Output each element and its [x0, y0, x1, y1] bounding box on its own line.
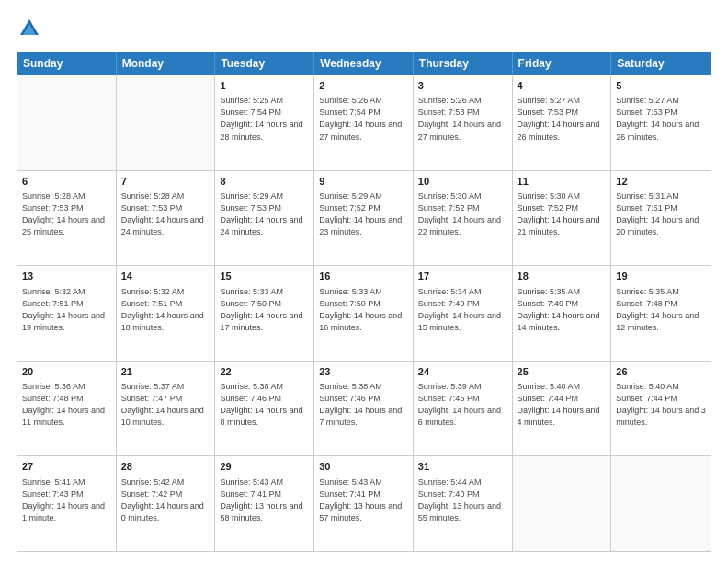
day-info: Sunrise: 5:27 AMSunset: 7:53 PMDaylight:… — [616, 95, 706, 143]
day-number: 22 — [220, 365, 309, 379]
day-number: 17 — [418, 270, 507, 283]
weekday-header-monday: Monday — [117, 52, 216, 75]
calendar-week-1: 1Sunrise: 5:25 AMSunset: 7:54 PMDaylight… — [17, 75, 711, 170]
day-number: 5 — [616, 79, 706, 93]
day-info: Sunrise: 5:40 AMSunset: 7:44 PMDaylight:… — [518, 381, 607, 429]
day-info: Sunrise: 5:43 AMSunset: 7:41 PMDaylight:… — [319, 477, 408, 524]
day-info: Sunrise: 5:41 AMSunset: 7:43 PMDaylight:… — [22, 477, 111, 524]
logo — [17, 17, 46, 42]
calendar-day-4: 4Sunrise: 5:27 AMSunset: 7:53 PMDaylight… — [513, 75, 612, 170]
day-number: 9 — [319, 175, 408, 189]
weekday-header-thursday: Thursday — [414, 52, 513, 75]
weekday-header-sunday: Sunday — [17, 52, 117, 75]
calendar: SundayMondayTuesdayWednesdayThursdayFrid… — [17, 52, 711, 552]
page: SundayMondayTuesdayWednesdayThursdayFrid… — [0, 0, 728, 563]
calendar-day-10: 10Sunrise: 5:30 AMSunset: 7:52 PMDayligh… — [414, 171, 513, 266]
day-number: 8 — [220, 175, 309, 189]
calendar-header: SundayMondayTuesdayWednesdayThursdayFrid… — [17, 52, 711, 75]
day-info: Sunrise: 5:29 AMSunset: 7:52 PMDaylight:… — [319, 190, 408, 238]
calendar-day-24: 24Sunrise: 5:39 AMSunset: 7:45 PMDayligh… — [414, 362, 513, 456]
weekday-header-wednesday: Wednesday — [314, 52, 414, 75]
day-number: 19 — [616, 270, 706, 283]
day-info: Sunrise: 5:30 AMSunset: 7:52 PMDaylight:… — [418, 190, 507, 238]
calendar-empty-cell — [17, 75, 117, 170]
day-info: Sunrise: 5:35 AMSunset: 7:49 PMDaylight:… — [518, 286, 607, 334]
calendar-day-20: 20Sunrise: 5:36 AMSunset: 7:48 PMDayligh… — [17, 362, 117, 456]
day-number: 27 — [22, 460, 111, 474]
weekday-header-friday: Friday — [513, 52, 612, 75]
calendar-week-2: 6Sunrise: 5:28 AMSunset: 7:53 PMDaylight… — [17, 170, 711, 266]
weekday-header-saturday: Saturday — [611, 52, 711, 75]
day-info: Sunrise: 5:36 AMSunset: 7:48 PMDaylight:… — [22, 381, 111, 429]
calendar-day-9: 9Sunrise: 5:29 AMSunset: 7:52 PMDaylight… — [314, 171, 414, 266]
calendar-day-15: 15Sunrise: 5:33 AMSunset: 7:50 PMDayligh… — [215, 266, 314, 361]
day-info: Sunrise: 5:28 AMSunset: 7:53 PMDaylight:… — [121, 190, 210, 238]
day-info: Sunrise: 5:25 AMSunset: 7:54 PMDaylight:… — [220, 95, 309, 143]
calendar-day-22: 22Sunrise: 5:38 AMSunset: 7:46 PMDayligh… — [215, 362, 314, 456]
day-number: 15 — [220, 270, 309, 283]
day-info: Sunrise: 5:28 AMSunset: 7:53 PMDaylight:… — [22, 190, 111, 238]
calendar-body: 1Sunrise: 5:25 AMSunset: 7:54 PMDaylight… — [17, 75, 711, 551]
calendar-empty-cell — [513, 456, 612, 551]
day-info: Sunrise: 5:42 AMSunset: 7:42 PMDaylight:… — [121, 477, 210, 524]
day-number: 24 — [418, 365, 507, 379]
calendar-day-21: 21Sunrise: 5:37 AMSunset: 7:47 PMDayligh… — [117, 362, 216, 456]
day-info: Sunrise: 5:43 AMSunset: 7:41 PMDaylight:… — [220, 477, 309, 524]
calendar-day-3: 3Sunrise: 5:26 AMSunset: 7:53 PMDaylight… — [414, 75, 513, 170]
day-number: 12 — [616, 175, 706, 189]
day-number: 7 — [121, 175, 210, 189]
calendar-day-1: 1Sunrise: 5:25 AMSunset: 7:54 PMDaylight… — [215, 75, 314, 170]
calendar-day-30: 30Sunrise: 5:43 AMSunset: 7:41 PMDayligh… — [314, 456, 414, 551]
day-info: Sunrise: 5:26 AMSunset: 7:53 PMDaylight:… — [418, 95, 507, 143]
day-number: 13 — [22, 270, 111, 283]
calendar-day-5: 5Sunrise: 5:27 AMSunset: 7:53 PMDaylight… — [611, 75, 711, 170]
day-number: 16 — [319, 270, 408, 283]
day-number: 29 — [220, 460, 309, 474]
day-number: 14 — [121, 270, 210, 283]
calendar-day-25: 25Sunrise: 5:40 AMSunset: 7:44 PMDayligh… — [513, 362, 612, 456]
day-info: Sunrise: 5:37 AMSunset: 7:47 PMDaylight:… — [121, 381, 210, 429]
header — [17, 17, 711, 42]
calendar-day-2: 2Sunrise: 5:26 AMSunset: 7:54 PMDaylight… — [314, 75, 414, 170]
day-info: Sunrise: 5:38 AMSunset: 7:46 PMDaylight:… — [220, 381, 309, 429]
day-info: Sunrise: 5:39 AMSunset: 7:45 PMDaylight:… — [418, 381, 507, 429]
calendar-day-29: 29Sunrise: 5:43 AMSunset: 7:41 PMDayligh… — [215, 456, 314, 551]
day-number: 28 — [121, 460, 210, 474]
day-info: Sunrise: 5:34 AMSunset: 7:49 PMDaylight:… — [418, 286, 507, 334]
calendar-day-12: 12Sunrise: 5:31 AMSunset: 7:51 PMDayligh… — [611, 171, 711, 266]
calendar-day-23: 23Sunrise: 5:38 AMSunset: 7:46 PMDayligh… — [314, 362, 414, 456]
day-info: Sunrise: 5:30 AMSunset: 7:52 PMDaylight:… — [518, 190, 607, 238]
day-number: 23 — [319, 365, 408, 379]
calendar-day-18: 18Sunrise: 5:35 AMSunset: 7:49 PMDayligh… — [513, 266, 612, 361]
calendar-day-28: 28Sunrise: 5:42 AMSunset: 7:42 PMDayligh… — [117, 456, 216, 551]
day-info: Sunrise: 5:26 AMSunset: 7:54 PMDaylight:… — [319, 95, 408, 143]
day-info: Sunrise: 5:35 AMSunset: 7:48 PMDaylight:… — [616, 286, 706, 334]
day-number: 25 — [518, 365, 607, 379]
day-info: Sunrise: 5:40 AMSunset: 7:44 PMDaylight:… — [616, 381, 706, 429]
day-info: Sunrise: 5:33 AMSunset: 7:50 PMDaylight:… — [319, 286, 408, 334]
calendar-day-11: 11Sunrise: 5:30 AMSunset: 7:52 PMDayligh… — [513, 171, 612, 266]
calendar-day-6: 6Sunrise: 5:28 AMSunset: 7:53 PMDaylight… — [17, 171, 117, 266]
day-info: Sunrise: 5:27 AMSunset: 7:53 PMDaylight:… — [518, 95, 607, 143]
day-number: 3 — [418, 79, 507, 93]
day-number: 30 — [319, 460, 408, 474]
day-info: Sunrise: 5:38 AMSunset: 7:46 PMDaylight:… — [319, 381, 408, 429]
calendar-day-16: 16Sunrise: 5:33 AMSunset: 7:50 PMDayligh… — [314, 266, 414, 361]
day-number: 21 — [121, 365, 210, 379]
calendar-day-13: 13Sunrise: 5:32 AMSunset: 7:51 PMDayligh… — [17, 266, 117, 361]
calendar-day-8: 8Sunrise: 5:29 AMSunset: 7:53 PMDaylight… — [215, 171, 314, 266]
weekday-header-tuesday: Tuesday — [215, 52, 314, 75]
day-number: 2 — [319, 79, 408, 93]
calendar-day-27: 27Sunrise: 5:41 AMSunset: 7:43 PMDayligh… — [17, 456, 117, 551]
calendar-day-19: 19Sunrise: 5:35 AMSunset: 7:48 PMDayligh… — [611, 266, 711, 361]
day-info: Sunrise: 5:29 AMSunset: 7:53 PMDaylight:… — [220, 190, 309, 238]
calendar-day-26: 26Sunrise: 5:40 AMSunset: 7:44 PMDayligh… — [611, 362, 711, 456]
calendar-day-17: 17Sunrise: 5:34 AMSunset: 7:49 PMDayligh… — [414, 266, 513, 361]
calendar-day-31: 31Sunrise: 5:44 AMSunset: 7:40 PMDayligh… — [414, 456, 513, 551]
day-number: 18 — [518, 270, 607, 283]
day-info: Sunrise: 5:44 AMSunset: 7:40 PMDaylight:… — [418, 477, 507, 524]
day-number: 26 — [616, 365, 706, 379]
calendar-week-4: 20Sunrise: 5:36 AMSunset: 7:48 PMDayligh… — [17, 361, 711, 456]
calendar-day-7: 7Sunrise: 5:28 AMSunset: 7:53 PMDaylight… — [117, 171, 216, 266]
day-info: Sunrise: 5:33 AMSunset: 7:50 PMDaylight:… — [220, 286, 309, 334]
